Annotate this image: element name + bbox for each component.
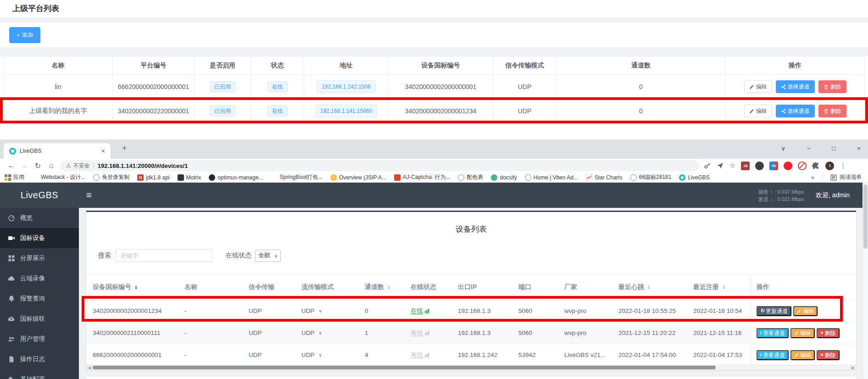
bookmark-docsify[interactable]: docsify bbox=[491, 174, 517, 181]
sidebar-item-overview[interactable]: 概览 bbox=[0, 208, 79, 228]
edit-button[interactable]: 编辑 bbox=[744, 105, 772, 117]
scroll-right-icon[interactable]: ► bbox=[850, 365, 856, 370]
sidebar-item-gb-devices[interactable]: 国标设备 bbox=[0, 228, 79, 248]
bookmarks-overflow-icon[interactable]: » bbox=[811, 174, 814, 181]
send-icon[interactable] bbox=[717, 162, 724, 169]
online-status-label: 在线状态 bbox=[226, 251, 251, 260]
col-heartbeat[interactable]: 最近心跳▲▼ bbox=[618, 283, 693, 291]
stream-mode-select[interactable]: UDP∨ bbox=[301, 329, 365, 336]
tab-close-icon[interactable]: × bbox=[101, 147, 105, 155]
bookmark-livegbs[interactable]: LiveGBS bbox=[679, 174, 709, 181]
col-name: 名称 bbox=[3, 56, 113, 75]
forward-icon[interactable]: → bbox=[18, 162, 31, 170]
bookmark-jdk[interactable]: Ojdk1.8 api bbox=[137, 174, 169, 181]
sort-icon[interactable]: ▲▼ bbox=[387, 285, 390, 290]
extension-mask-icon[interactable] bbox=[755, 162, 764, 170]
reload-icon[interactable]: ↻ bbox=[31, 162, 45, 170]
key-icon[interactable] bbox=[704, 162, 711, 169]
bookmark-starcharts[interactable]: Star Charts bbox=[586, 174, 623, 181]
reading-list-icon bbox=[830, 174, 837, 181]
app-logo[interactable]: LiveGBS bbox=[0, 190, 79, 201]
sidebar-item-gb-cascade[interactable]: 国标级联 bbox=[0, 309, 79, 329]
bookmark-copy[interactable]: 免登录复制 bbox=[93, 173, 129, 181]
bookmark-overview[interactable]: Overview (JSIP A... bbox=[330, 174, 386, 181]
bookmark-springboot[interactable]: SpringBoot打包... bbox=[271, 173, 323, 181]
bookmark-webstack[interactable]: Webstack - 设计... bbox=[32, 173, 85, 181]
scrollbar-thumb[interactable] bbox=[93, 366, 716, 369]
stream-mode-select[interactable]: UDP∨ bbox=[301, 307, 365, 314]
extension-red-icon[interactable] bbox=[784, 162, 792, 170]
search-input[interactable] bbox=[116, 249, 213, 262]
horizontal-scrollbar[interactable]: ◄ ► bbox=[86, 365, 856, 370]
bookmark-vben[interactable]: Home | Vben Ad... bbox=[525, 174, 578, 181]
delete-button[interactable]: 删除 bbox=[818, 105, 846, 117]
tab-search-icon[interactable]: ∨ bbox=[781, 145, 785, 152]
back-icon[interactable]: ← bbox=[5, 162, 18, 170]
maximize-icon[interactable]: □ bbox=[832, 145, 836, 152]
stream-mode-select[interactable]: UDP∨ bbox=[301, 351, 365, 358]
home-icon[interactable]: ⌂ bbox=[45, 162, 58, 170]
sidebar-item-cloud-recording[interactable]: 云端录像 bbox=[0, 268, 79, 289]
status-offline-link[interactable]: 离线 bbox=[411, 329, 430, 337]
col-device-id[interactable]: 设备国标编号▲▼ bbox=[93, 283, 184, 291]
view-channels-button[interactable]: i查看通道 bbox=[757, 328, 789, 338]
edit-button[interactable]: 编辑 bbox=[790, 350, 815, 360]
extension-js-icon[interactable]: JS bbox=[741, 162, 750, 170]
sidebar-item-basic-config[interactable]: 基础配置 bbox=[0, 369, 79, 379]
docsify-icon bbox=[491, 174, 497, 181]
window-close-icon[interactable]: × bbox=[857, 145, 861, 152]
sidebar-item-operation-log[interactable]: 操作日志 bbox=[0, 349, 79, 369]
extensions-puzzle-icon[interactable] bbox=[812, 162, 820, 170]
edit-button[interactable]: 编辑 bbox=[744, 80, 772, 93]
delete-button[interactable]: ×删除 bbox=[817, 350, 839, 360]
col-name: 名称 bbox=[184, 283, 249, 291]
sidebar-item-split-screen[interactable]: 分屏展示 bbox=[0, 248, 79, 268]
dashboard-icon bbox=[8, 214, 15, 222]
sort-icon[interactable]: ▲▼ bbox=[647, 285, 651, 290]
bookmark-optimus[interactable]: optimus-manage... bbox=[209, 174, 263, 181]
sidebar-item-alarm-query[interactable]: 报警查询 bbox=[0, 289, 79, 309]
edit-button[interactable]: 编辑 bbox=[793, 306, 818, 316]
sort-icon[interactable]: ▲▼ bbox=[134, 285, 138, 290]
bookmark-apps[interactable]: 应用 bbox=[5, 173, 24, 181]
browser-menu-icon[interactable]: ⋮ bbox=[840, 162, 846, 170]
platform-name: 上级看到的我的名字 bbox=[29, 107, 87, 115]
new-tab-button[interactable]: + bbox=[122, 144, 127, 153]
scrollbar-thumb[interactable] bbox=[863, 184, 868, 249]
url-text: 192.168.1.141:20000/#/devices/1 bbox=[98, 162, 188, 169]
bookmark-gb28181[interactable]: 66国标28181 bbox=[630, 173, 672, 181]
online-status-select[interactable]: 全部 ∨ bbox=[255, 250, 281, 262]
minimize-icon[interactable]: − bbox=[807, 145, 811, 152]
security-status[interactable]: ⚠ 不安全 bbox=[66, 162, 90, 170]
browser-tab-livegbs[interactable]: LiveGBS × bbox=[4, 143, 111, 159]
bookmark-star-icon[interactable]: ☆ bbox=[729, 162, 735, 170]
select-channel-button[interactable]: 选择通道 bbox=[776, 105, 815, 117]
scroll-left-icon[interactable]: ◄ bbox=[86, 365, 93, 370]
col-platform-id: 平台编号 bbox=[113, 56, 195, 75]
hamburger-icon[interactable]: ≡ bbox=[86, 190, 92, 201]
add-button[interactable]: + 添加 bbox=[9, 27, 40, 43]
select-channel-button[interactable]: 选择通道 bbox=[776, 80, 815, 93]
extension-blocker-icon[interactable] bbox=[798, 162, 807, 170]
profile-avatar[interactable]: I bbox=[825, 162, 834, 170]
col-registered[interactable]: 最近注册▲▼ bbox=[693, 283, 748, 291]
welcome-user[interactable]: 欢迎, admin bbox=[816, 191, 850, 200]
sort-icon[interactable]: ▲▼ bbox=[722, 285, 725, 290]
update-channels-button[interactable]: ↻更新通道 bbox=[757, 306, 791, 316]
sidebar-item-user-management[interactable]: 用户管理 bbox=[0, 329, 79, 349]
delete-button[interactable]: 删除 bbox=[818, 80, 846, 93]
status-offline-link[interactable]: 离线 bbox=[411, 351, 430, 359]
edit-button[interactable]: 编辑 bbox=[790, 328, 815, 338]
vertical-scrollbar[interactable] bbox=[862, 183, 868, 379]
bookmark-motrix[interactable]: Motrix bbox=[178, 174, 201, 181]
status-online-link[interactable]: 在线 bbox=[411, 307, 430, 315]
bookmark-colors[interactable]: 配色表 bbox=[458, 173, 483, 181]
reading-list-button[interactable]: 阅读清单 bbox=[830, 173, 862, 181]
delete-button[interactable]: ×删除 bbox=[817, 328, 839, 338]
url-input[interactable]: ⚠ 不安全 192.168.1.141:20000/#/devices/1 bbox=[61, 160, 699, 171]
bookmark-ajcaptcha[interactable]: AJ-Captcha: 行为... bbox=[394, 173, 450, 181]
view-channels-button[interactable]: i查看通道 bbox=[757, 350, 789, 360]
col-channels[interactable]: 通道数▲▼ bbox=[365, 283, 411, 291]
extension-fe-icon[interactable]: FE bbox=[769, 162, 778, 170]
platform-id: 66620000002000000001 bbox=[118, 83, 189, 90]
